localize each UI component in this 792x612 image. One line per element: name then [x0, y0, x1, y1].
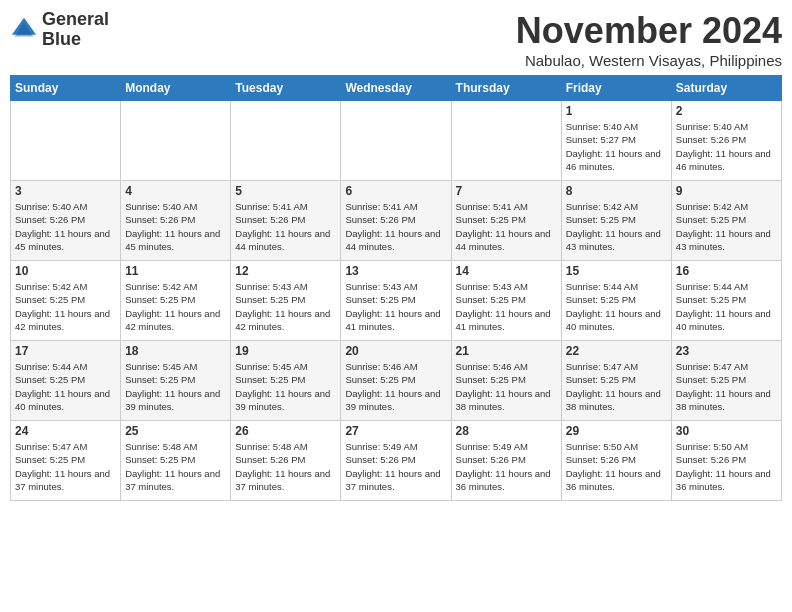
day-number: 17	[15, 344, 116, 358]
calendar-cell: 1 Sunrise: 5:40 AMSunset: 5:27 PMDayligh…	[561, 101, 671, 181]
week-row-3: 17 Sunrise: 5:44 AMSunset: 5:25 PMDaylig…	[11, 341, 782, 421]
calendar-header: SundayMondayTuesdayWednesdayThursdayFrid…	[11, 76, 782, 101]
day-number: 15	[566, 264, 667, 278]
day-info: Sunrise: 5:43 AMSunset: 5:25 PMDaylight:…	[235, 280, 336, 333]
day-number: 11	[125, 264, 226, 278]
day-info: Sunrise: 5:41 AMSunset: 5:26 PMDaylight:…	[235, 200, 336, 253]
calendar-cell	[451, 101, 561, 181]
day-number: 18	[125, 344, 226, 358]
calendar-cell	[121, 101, 231, 181]
day-info: Sunrise: 5:42 AMSunset: 5:25 PMDaylight:…	[15, 280, 116, 333]
calendar-cell: 18 Sunrise: 5:45 AMSunset: 5:25 PMDaylig…	[121, 341, 231, 421]
day-number: 8	[566, 184, 667, 198]
calendar-cell: 26 Sunrise: 5:48 AMSunset: 5:26 PMDaylig…	[231, 421, 341, 501]
day-info: Sunrise: 5:47 AMSunset: 5:25 PMDaylight:…	[566, 360, 667, 413]
calendar-cell: 7 Sunrise: 5:41 AMSunset: 5:25 PMDayligh…	[451, 181, 561, 261]
day-number: 5	[235, 184, 336, 198]
calendar-cell: 21 Sunrise: 5:46 AMSunset: 5:25 PMDaylig…	[451, 341, 561, 421]
calendar-cell	[341, 101, 451, 181]
month-title: November 2024	[516, 10, 782, 52]
day-number: 23	[676, 344, 777, 358]
day-number: 7	[456, 184, 557, 198]
day-number: 25	[125, 424, 226, 438]
day-info: Sunrise: 5:40 AMSunset: 5:27 PMDaylight:…	[566, 120, 667, 173]
day-number: 10	[15, 264, 116, 278]
page-header: General Blue November 2024 Nabulao, West…	[10, 10, 782, 69]
day-number: 22	[566, 344, 667, 358]
day-number: 24	[15, 424, 116, 438]
day-number: 30	[676, 424, 777, 438]
day-info: Sunrise: 5:44 AMSunset: 5:25 PMDaylight:…	[566, 280, 667, 333]
title-block: November 2024 Nabulao, Western Visayas, …	[516, 10, 782, 69]
week-row-0: 1 Sunrise: 5:40 AMSunset: 5:27 PMDayligh…	[11, 101, 782, 181]
calendar-cell: 6 Sunrise: 5:41 AMSunset: 5:26 PMDayligh…	[341, 181, 451, 261]
calendar-cell: 28 Sunrise: 5:49 AMSunset: 5:26 PMDaylig…	[451, 421, 561, 501]
day-number: 26	[235, 424, 336, 438]
day-info: Sunrise: 5:42 AMSunset: 5:25 PMDaylight:…	[676, 200, 777, 253]
calendar-cell: 11 Sunrise: 5:42 AMSunset: 5:25 PMDaylig…	[121, 261, 231, 341]
day-info: Sunrise: 5:43 AMSunset: 5:25 PMDaylight:…	[456, 280, 557, 333]
day-number: 13	[345, 264, 446, 278]
day-info: Sunrise: 5:46 AMSunset: 5:25 PMDaylight:…	[456, 360, 557, 413]
day-number: 1	[566, 104, 667, 118]
calendar-cell	[11, 101, 121, 181]
day-info: Sunrise: 5:42 AMSunset: 5:25 PMDaylight:…	[125, 280, 226, 333]
day-info: Sunrise: 5:43 AMSunset: 5:25 PMDaylight:…	[345, 280, 446, 333]
header-row: SundayMondayTuesdayWednesdayThursdayFrid…	[11, 76, 782, 101]
calendar-cell: 27 Sunrise: 5:49 AMSunset: 5:26 PMDaylig…	[341, 421, 451, 501]
day-number: 21	[456, 344, 557, 358]
day-info: Sunrise: 5:44 AMSunset: 5:25 PMDaylight:…	[15, 360, 116, 413]
day-number: 6	[345, 184, 446, 198]
week-row-4: 24 Sunrise: 5:47 AMSunset: 5:25 PMDaylig…	[11, 421, 782, 501]
calendar-cell	[231, 101, 341, 181]
calendar-cell: 4 Sunrise: 5:40 AMSunset: 5:26 PMDayligh…	[121, 181, 231, 261]
day-number: 20	[345, 344, 446, 358]
day-number: 9	[676, 184, 777, 198]
calendar-cell: 24 Sunrise: 5:47 AMSunset: 5:25 PMDaylig…	[11, 421, 121, 501]
week-row-2: 10 Sunrise: 5:42 AMSunset: 5:25 PMDaylig…	[11, 261, 782, 341]
day-info: Sunrise: 5:42 AMSunset: 5:25 PMDaylight:…	[566, 200, 667, 253]
location-title: Nabulao, Western Visayas, Philippines	[516, 52, 782, 69]
calendar-cell: 19 Sunrise: 5:45 AMSunset: 5:25 PMDaylig…	[231, 341, 341, 421]
calendar-cell: 16 Sunrise: 5:44 AMSunset: 5:25 PMDaylig…	[671, 261, 781, 341]
logo-text: General Blue	[42, 10, 109, 50]
day-info: Sunrise: 5:41 AMSunset: 5:25 PMDaylight:…	[456, 200, 557, 253]
day-info: Sunrise: 5:45 AMSunset: 5:25 PMDaylight:…	[235, 360, 336, 413]
calendar-cell: 23 Sunrise: 5:47 AMSunset: 5:25 PMDaylig…	[671, 341, 781, 421]
day-number: 2	[676, 104, 777, 118]
day-info: Sunrise: 5:40 AMSunset: 5:26 PMDaylight:…	[125, 200, 226, 253]
day-info: Sunrise: 5:47 AMSunset: 5:25 PMDaylight:…	[676, 360, 777, 413]
day-info: Sunrise: 5:45 AMSunset: 5:25 PMDaylight:…	[125, 360, 226, 413]
calendar-cell: 20 Sunrise: 5:46 AMSunset: 5:25 PMDaylig…	[341, 341, 451, 421]
header-tuesday: Tuesday	[231, 76, 341, 101]
day-number: 28	[456, 424, 557, 438]
day-info: Sunrise: 5:40 AMSunset: 5:26 PMDaylight:…	[15, 200, 116, 253]
calendar-cell: 29 Sunrise: 5:50 AMSunset: 5:26 PMDaylig…	[561, 421, 671, 501]
header-saturday: Saturday	[671, 76, 781, 101]
calendar-cell: 8 Sunrise: 5:42 AMSunset: 5:25 PMDayligh…	[561, 181, 671, 261]
week-row-1: 3 Sunrise: 5:40 AMSunset: 5:26 PMDayligh…	[11, 181, 782, 261]
calendar-cell: 12 Sunrise: 5:43 AMSunset: 5:25 PMDaylig…	[231, 261, 341, 341]
day-number: 27	[345, 424, 446, 438]
calendar-cell: 22 Sunrise: 5:47 AMSunset: 5:25 PMDaylig…	[561, 341, 671, 421]
calendar-cell: 15 Sunrise: 5:44 AMSunset: 5:25 PMDaylig…	[561, 261, 671, 341]
calendar-cell: 5 Sunrise: 5:41 AMSunset: 5:26 PMDayligh…	[231, 181, 341, 261]
header-sunday: Sunday	[11, 76, 121, 101]
day-number: 3	[15, 184, 116, 198]
calendar-cell: 10 Sunrise: 5:42 AMSunset: 5:25 PMDaylig…	[11, 261, 121, 341]
day-info: Sunrise: 5:50 AMSunset: 5:26 PMDaylight:…	[676, 440, 777, 493]
day-info: Sunrise: 5:41 AMSunset: 5:26 PMDaylight:…	[345, 200, 446, 253]
header-thursday: Thursday	[451, 76, 561, 101]
calendar-cell: 2 Sunrise: 5:40 AMSunset: 5:26 PMDayligh…	[671, 101, 781, 181]
day-number: 4	[125, 184, 226, 198]
header-wednesday: Wednesday	[341, 76, 451, 101]
calendar-cell: 13 Sunrise: 5:43 AMSunset: 5:25 PMDaylig…	[341, 261, 451, 341]
calendar-cell: 25 Sunrise: 5:48 AMSunset: 5:25 PMDaylig…	[121, 421, 231, 501]
day-number: 14	[456, 264, 557, 278]
day-number: 16	[676, 264, 777, 278]
logo: General Blue	[10, 10, 109, 50]
header-friday: Friday	[561, 76, 671, 101]
calendar-cell: 30 Sunrise: 5:50 AMSunset: 5:26 PMDaylig…	[671, 421, 781, 501]
day-info: Sunrise: 5:48 AMSunset: 5:25 PMDaylight:…	[125, 440, 226, 493]
day-info: Sunrise: 5:50 AMSunset: 5:26 PMDaylight:…	[566, 440, 667, 493]
